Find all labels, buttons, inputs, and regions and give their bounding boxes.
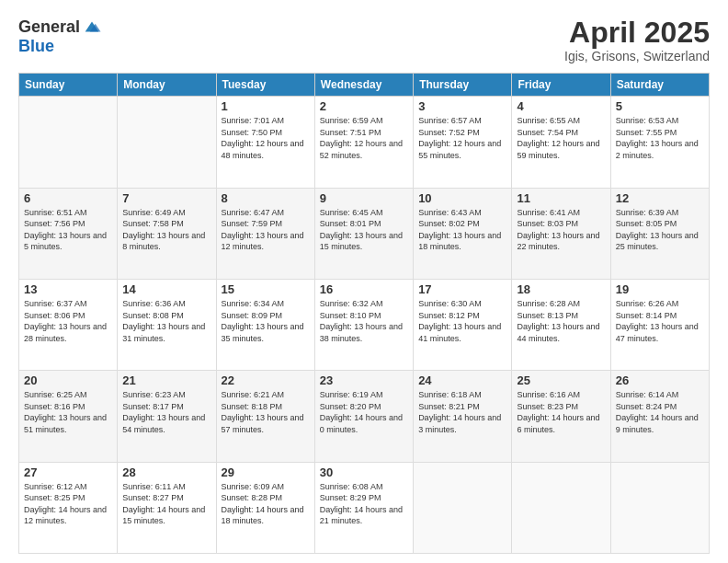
calendar-cell: [414, 462, 512, 553]
day-info: Sunrise: 6:19 AM Sunset: 8:20 PM Dayligh…: [320, 389, 408, 435]
day-number: 23: [320, 373, 408, 387]
calendar-week-row: 13Sunrise: 6:37 AM Sunset: 8:06 PM Dayli…: [19, 279, 710, 370]
day-number: 24: [418, 373, 506, 387]
day-info: Sunrise: 6:34 AM Sunset: 8:09 PM Dayligh…: [222, 298, 310, 344]
calendar-cell: 18Sunrise: 6:28 AM Sunset: 8:13 PM Dayli…: [512, 279, 610, 370]
day-number: 4: [517, 99, 605, 113]
calendar-day-header: Wednesday: [314, 74, 413, 97]
day-number: 1: [222, 99, 310, 113]
calendar-day-header: Monday: [118, 74, 216, 97]
day-info: Sunrise: 6:45 AM Sunset: 8:01 PM Dayligh…: [320, 207, 408, 253]
day-number: 10: [418, 191, 506, 205]
day-number: 30: [320, 465, 408, 479]
calendar-header-row: SundayMondayTuesdayWednesdayThursdayFrid…: [19, 74, 710, 97]
calendar-cell: [512, 462, 610, 553]
calendar-cell: 21Sunrise: 6:23 AM Sunset: 8:17 PM Dayli…: [118, 371, 216, 462]
calendar-cell: [118, 97, 216, 188]
day-info: Sunrise: 6:59 AM Sunset: 7:51 PM Dayligh…: [320, 115, 408, 161]
logo-blue-text: Blue: [18, 37, 54, 55]
day-info: Sunrise: 6:16 AM Sunset: 8:23 PM Dayligh…: [517, 389, 605, 435]
calendar-cell: 16Sunrise: 6:32 AM Sunset: 8:10 PM Dayli…: [314, 279, 413, 370]
day-number: 16: [320, 282, 408, 296]
day-info: Sunrise: 6:39 AM Sunset: 8:05 PM Dayligh…: [616, 207, 704, 253]
calendar-cell: 22Sunrise: 6:21 AM Sunset: 8:18 PM Dayli…: [216, 371, 314, 462]
calendar-cell: 25Sunrise: 6:16 AM Sunset: 8:23 PM Dayli…: [512, 371, 610, 462]
calendar-cell: 20Sunrise: 6:25 AM Sunset: 8:16 PM Dayli…: [19, 371, 118, 462]
day-info: Sunrise: 6:30 AM Sunset: 8:12 PM Dayligh…: [418, 298, 506, 344]
calendar-cell: 2Sunrise: 6:59 AM Sunset: 7:51 PM Daylig…: [314, 97, 413, 188]
day-info: Sunrise: 6:41 AM Sunset: 8:03 PM Dayligh…: [517, 207, 605, 253]
day-info: Sunrise: 6:14 AM Sunset: 8:24 PM Dayligh…: [616, 389, 704, 435]
day-info: Sunrise: 6:18 AM Sunset: 8:21 PM Dayligh…: [418, 389, 506, 435]
day-info: Sunrise: 6:32 AM Sunset: 8:10 PM Dayligh…: [320, 298, 408, 344]
calendar-cell: 13Sunrise: 6:37 AM Sunset: 8:06 PM Dayli…: [19, 279, 118, 370]
day-info: Sunrise: 6:36 AM Sunset: 8:08 PM Dayligh…: [122, 298, 210, 344]
day-info: Sunrise: 6:53 AM Sunset: 7:55 PM Dayligh…: [616, 115, 704, 161]
calendar-week-row: 6Sunrise: 6:51 AM Sunset: 7:56 PM Daylig…: [19, 188, 710, 279]
day-number: 18: [517, 282, 605, 296]
calendar-week-row: 27Sunrise: 6:12 AM Sunset: 8:25 PM Dayli…: [19, 462, 710, 553]
calendar-cell: 12Sunrise: 6:39 AM Sunset: 8:05 PM Dayli…: [610, 188, 709, 279]
month-title: April 2025: [564, 17, 710, 49]
calendar-cell: 29Sunrise: 6:09 AM Sunset: 8:28 PM Dayli…: [216, 462, 314, 553]
day-number: 29: [222, 465, 310, 479]
day-info: Sunrise: 6:47 AM Sunset: 7:59 PM Dayligh…: [222, 207, 310, 253]
calendar-cell: 14Sunrise: 6:36 AM Sunset: 8:08 PM Dayli…: [118, 279, 216, 370]
calendar-cell: 19Sunrise: 6:26 AM Sunset: 8:14 PM Dayli…: [610, 279, 709, 370]
calendar-cell: 8Sunrise: 6:47 AM Sunset: 7:59 PM Daylig…: [216, 188, 314, 279]
calendar-cell: [610, 462, 709, 553]
calendar-cell: 28Sunrise: 6:11 AM Sunset: 8:27 PM Dayli…: [118, 462, 216, 553]
header: General Blue April 2025 Igis, Grisons, S…: [18, 17, 710, 63]
calendar-cell: 11Sunrise: 6:41 AM Sunset: 8:03 PM Dayli…: [512, 188, 610, 279]
day-number: 3: [418, 99, 506, 113]
calendar-cell: 23Sunrise: 6:19 AM Sunset: 8:20 PM Dayli…: [314, 371, 413, 462]
calendar-cell: 4Sunrise: 6:55 AM Sunset: 7:54 PM Daylig…: [512, 97, 610, 188]
day-info: Sunrise: 6:51 AM Sunset: 7:56 PM Dayligh…: [24, 207, 112, 253]
day-number: 20: [24, 373, 112, 387]
calendar-day-header: Saturday: [610, 74, 709, 97]
location-subtitle: Igis, Grisons, Switzerland: [564, 49, 710, 63]
title-block: April 2025 Igis, Grisons, Switzerland: [564, 17, 710, 63]
day-number: 5: [616, 99, 704, 113]
day-info: Sunrise: 6:26 AM Sunset: 8:14 PM Dayligh…: [616, 298, 704, 344]
page: General Blue April 2025 Igis, Grisons, S…: [0, 0, 728, 563]
day-number: 7: [122, 191, 210, 205]
calendar-cell: 3Sunrise: 6:57 AM Sunset: 7:52 PM Daylig…: [414, 97, 512, 188]
day-info: Sunrise: 6:43 AM Sunset: 8:02 PM Dayligh…: [418, 207, 506, 253]
day-info: Sunrise: 6:21 AM Sunset: 8:18 PM Dayligh…: [222, 389, 310, 435]
day-number: 6: [24, 191, 112, 205]
calendar-cell: 24Sunrise: 6:18 AM Sunset: 8:21 PM Dayli…: [414, 371, 512, 462]
calendar-day-header: Thursday: [414, 74, 512, 97]
day-number: 19: [616, 282, 704, 296]
calendar-cell: 15Sunrise: 6:34 AM Sunset: 8:09 PM Dayli…: [216, 279, 314, 370]
day-info: Sunrise: 6:25 AM Sunset: 8:16 PM Dayligh…: [24, 389, 112, 435]
day-info: Sunrise: 6:49 AM Sunset: 7:58 PM Dayligh…: [122, 207, 210, 253]
day-number: 12: [616, 191, 704, 205]
calendar-cell: 27Sunrise: 6:12 AM Sunset: 8:25 PM Dayli…: [19, 462, 118, 553]
day-number: 17: [418, 282, 506, 296]
calendar-week-row: 1Sunrise: 7:01 AM Sunset: 7:50 PM Daylig…: [19, 97, 710, 188]
calendar-cell: 30Sunrise: 6:08 AM Sunset: 8:29 PM Dayli…: [314, 462, 413, 553]
day-number: 15: [222, 282, 310, 296]
day-number: 13: [24, 282, 112, 296]
calendar-cell: 6Sunrise: 6:51 AM Sunset: 7:56 PM Daylig…: [19, 188, 118, 279]
day-info: Sunrise: 6:37 AM Sunset: 8:06 PM Dayligh…: [24, 298, 112, 344]
day-info: Sunrise: 6:11 AM Sunset: 8:27 PM Dayligh…: [122, 481, 210, 527]
calendar-cell: 10Sunrise: 6:43 AM Sunset: 8:02 PM Dayli…: [414, 188, 512, 279]
logo: General Blue: [18, 17, 102, 56]
day-number: 8: [222, 191, 310, 205]
day-number: 25: [517, 373, 605, 387]
day-info: Sunrise: 6:57 AM Sunset: 7:52 PM Dayligh…: [418, 115, 506, 161]
day-info: Sunrise: 7:01 AM Sunset: 7:50 PM Dayligh…: [222, 115, 310, 161]
day-number: 22: [222, 373, 310, 387]
day-number: 27: [24, 465, 112, 479]
day-info: Sunrise: 6:08 AM Sunset: 8:29 PM Dayligh…: [320, 481, 408, 527]
calendar-day-header: Sunday: [19, 74, 118, 97]
day-number: 14: [122, 282, 210, 296]
calendar-cell: 7Sunrise: 6:49 AM Sunset: 7:58 PM Daylig…: [118, 188, 216, 279]
day-info: Sunrise: 6:12 AM Sunset: 8:25 PM Dayligh…: [24, 481, 112, 527]
calendar-cell: 17Sunrise: 6:30 AM Sunset: 8:12 PM Dayli…: [414, 279, 512, 370]
day-number: 28: [122, 465, 210, 479]
calendar-cell: 9Sunrise: 6:45 AM Sunset: 8:01 PM Daylig…: [314, 188, 413, 279]
day-number: 21: [122, 373, 210, 387]
